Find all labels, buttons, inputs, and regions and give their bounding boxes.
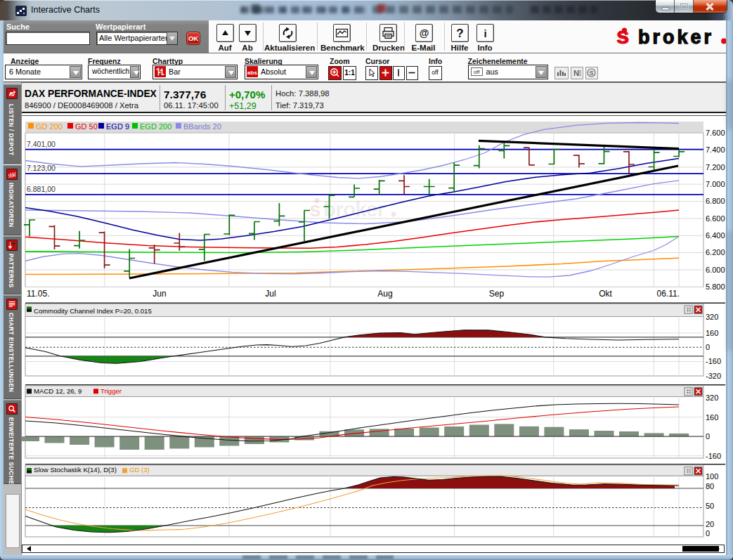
svg-text:7.000: 7.000	[706, 180, 725, 188]
svg-text:EGD 200: EGD 200	[140, 122, 171, 131]
svg-text:EGD 9: EGD 9	[106, 122, 129, 131]
svg-text:-160: -160	[706, 357, 721, 365]
svg-text:broker: broker	[323, 197, 386, 221]
svg-text:0: 0	[706, 432, 710, 441]
svg-text:6.881,00: 6.881,00	[27, 185, 56, 193]
svg-text:06.11.: 06.11.	[657, 289, 680, 299]
svg-text:BBands 20: BBands 20	[183, 122, 221, 131]
svg-text:abs: abs	[247, 70, 257, 76]
svg-text:Sep: Sep	[489, 289, 505, 299]
svg-text:GD 200: GD 200	[36, 122, 63, 131]
svg-text:GD (3): GD (3)	[129, 466, 150, 474]
svg-text:5.800: 5.800	[706, 282, 725, 291]
svg-text:6.200: 6.200	[706, 248, 725, 256]
svg-text:Trigger: Trigger	[100, 387, 122, 395]
svg-text:7.401,00: 7.401,00	[27, 140, 56, 148]
svg-text:7.123,00: 7.123,00	[27, 164, 56, 172]
svg-text:320: 320	[706, 393, 718, 402]
svg-text:N: N	[573, 69, 579, 77]
svg-text:50: 50	[706, 502, 714, 510]
svg-text:Aug: Aug	[377, 289, 392, 299]
svg-text:0: 0	[706, 529, 710, 538]
svg-text:Okt: Okt	[599, 289, 612, 299]
svg-text:6.400: 6.400	[706, 231, 725, 240]
svg-text:320: 320	[706, 313, 718, 321]
svg-text:0: 0	[706, 343, 710, 351]
svg-text:Commodity Channel Index P=20,: Commodity Channel Index P=20, 0.015	[34, 307, 152, 315]
svg-text:S: S	[589, 70, 593, 77]
svg-text:6.800: 6.800	[706, 197, 725, 205]
svg-text:i: i	[484, 27, 486, 39]
svg-text:broker: broker	[638, 27, 714, 48]
svg-text:@: @	[420, 27, 429, 39]
svg-text:Jul: Jul	[265, 289, 275, 299]
svg-text:-160: -160	[706, 452, 721, 460]
svg-text:s: s	[616, 27, 629, 48]
svg-text:Jun: Jun	[153, 289, 166, 299]
svg-text:MACD 12, 26, 9: MACD 12, 26, 9	[34, 387, 82, 395]
svg-text:100: 100	[706, 472, 718, 481]
svg-text:20: 20	[706, 520, 714, 528]
svg-text:160: 160	[706, 413, 718, 422]
svg-text:7.600: 7.600	[706, 129, 725, 137]
svg-text:6.600: 6.600	[706, 214, 725, 223]
svg-text:?: ?	[456, 27, 463, 40]
svg-text:80: 80	[706, 482, 714, 490]
svg-text:7.200: 7.200	[706, 163, 725, 171]
svg-text:11.05.: 11.05.	[27, 289, 49, 299]
svg-text:Slow Stochastik K(14), D(3): Slow Stochastik K(14), D(3)	[34, 466, 117, 474]
svg-text:-320: -320	[706, 372, 721, 380]
svg-text:GD 50: GD 50	[75, 122, 98, 131]
svg-text:6.000: 6.000	[706, 266, 725, 274]
svg-text:160: 160	[706, 329, 718, 337]
svg-text:7.400: 7.400	[706, 145, 725, 154]
